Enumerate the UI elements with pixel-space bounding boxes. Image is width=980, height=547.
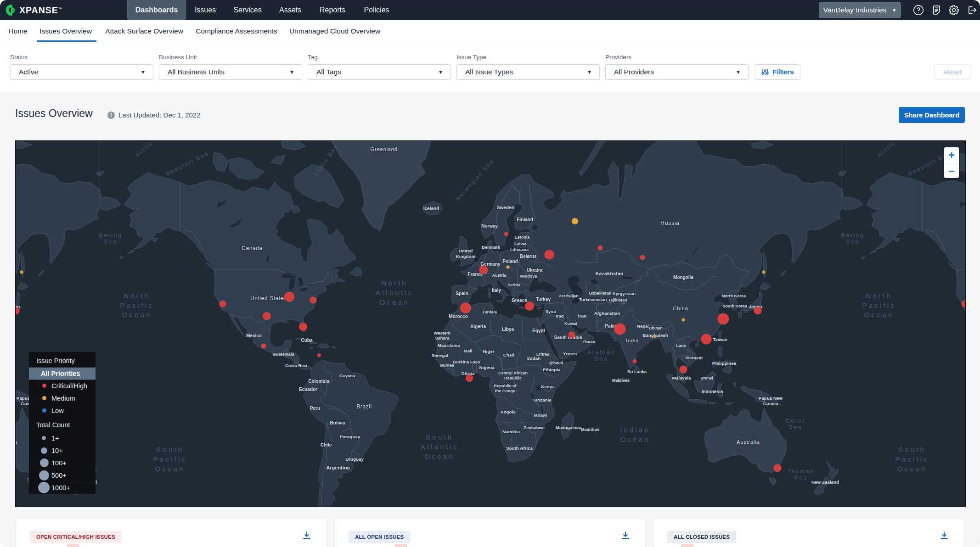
svg-text:Kyrgyzstan: Kyrgyzstan <box>613 291 636 296</box>
svg-text:Sea: Sea <box>789 424 802 430</box>
svg-text:Guyana: Guyana <box>339 374 355 378</box>
svg-text:Burkina Faso: Burkina Faso <box>453 360 480 364</box>
svg-text:Kenya: Kenya <box>541 384 555 389</box>
svg-text:Poland: Poland <box>502 259 518 264</box>
svg-text:Malaysia: Malaysia <box>672 375 691 380</box>
svg-text:Tajikistan: Tajikistan <box>608 298 627 302</box>
svg-text:Iran: Iran <box>578 313 586 318</box>
svg-text:Maldives: Maldives <box>612 378 630 383</box>
svg-text:Morocco: Morocco <box>449 314 468 319</box>
svg-text:Sri Lanka: Sri Lanka <box>627 369 647 374</box>
svg-text:Atlantic: Atlantic <box>421 443 459 451</box>
svg-text:Egypt: Egypt <box>532 328 545 333</box>
svg-text:Guatemala: Guatemala <box>272 352 294 357</box>
svg-text:Chile: Chile <box>321 442 332 447</box>
svg-text:Philippines: Philippines <box>712 361 737 366</box>
svg-text:South: South <box>156 446 184 453</box>
svg-text:Mauritius: Mauritius <box>581 427 599 432</box>
svg-text:Bering: Bering <box>99 232 122 239</box>
svg-text:Afghanistan: Afghanistan <box>594 311 620 316</box>
svg-text:Zimbabwe: Zimbabwe <box>524 425 544 430</box>
svg-text:Ocean: Ocean <box>155 465 185 473</box>
svg-text:Chad: Chad <box>503 352 515 357</box>
svg-text:Guinea: Guinea <box>763 401 778 406</box>
svg-text:Paraguay: Paraguay <box>340 434 360 439</box>
svg-text:Saudi Arabia: Saudi Arabia <box>554 335 582 340</box>
svg-text:Papua New: Papua New <box>759 396 783 401</box>
svg-text:Tunisia: Tunisia <box>482 310 497 314</box>
svg-text:South Korea: South Korea <box>722 304 747 308</box>
svg-text:Arabian: Arabian <box>587 349 615 356</box>
svg-text:Turkmenistan: Turkmenistan <box>579 297 607 302</box>
svg-text:Sea: Sea <box>104 239 118 245</box>
svg-text:New Zealand: New Zealand <box>811 480 839 485</box>
svg-text:North Korea: North Korea <box>722 294 746 298</box>
svg-text:Lithuania: Lithuania <box>510 247 529 252</box>
svg-text:Mexico: Mexico <box>246 333 262 338</box>
svg-text:Spain: Spain <box>456 291 468 296</box>
svg-text:Australia: Australia <box>737 439 760 445</box>
svg-text:Serbia: Serbia <box>507 283 521 287</box>
svg-text:Azerbaijan: Azerbaijan <box>559 294 579 298</box>
svg-text:Ethiopia: Ethiopia <box>543 367 561 372</box>
svg-text:Taiwan: Taiwan <box>713 337 727 342</box>
svg-text:Coral: Coral <box>786 418 805 424</box>
svg-text:Brunei: Brunei <box>701 376 713 380</box>
svg-text:Niger: Niger <box>483 349 494 354</box>
svg-text:Pacific: Pacific <box>120 301 154 309</box>
svg-text:Brazil: Brazil <box>356 403 372 410</box>
svg-text:Belarus: Belarus <box>520 254 537 259</box>
svg-text:Namibia: Namibia <box>502 429 520 434</box>
svg-text:Ocean: Ocean <box>620 435 650 443</box>
svg-text:Ukraine: Ukraine <box>527 268 544 273</box>
svg-text:Ocean: Ocean <box>379 298 410 306</box>
svg-text:Moldova: Moldova <box>520 274 537 279</box>
svg-text:Canada: Canada <box>242 245 263 251</box>
svg-text:Madagascar: Madagascar <box>556 425 582 430</box>
svg-text:United States: United States <box>250 295 287 301</box>
svg-text:North: North <box>124 292 150 300</box>
svg-text:India: India <box>626 338 639 343</box>
svg-text:Sea: Sea <box>594 356 608 362</box>
svg-text:Atlantic: Atlantic <box>376 289 414 296</box>
svg-text:Nigeria: Nigeria <box>479 365 495 370</box>
svg-text:South Africa: South Africa <box>506 446 533 451</box>
svg-text:Central African: Central African <box>498 371 528 375</box>
svg-text:Indonesia: Indonesia <box>702 389 723 394</box>
svg-text:Tasman: Tasman <box>788 468 815 474</box>
svg-text:Uruguay: Uruguay <box>345 457 364 462</box>
svg-text:Pacific: Pacific <box>153 455 187 463</box>
svg-text:Sahara: Sahara <box>435 336 450 340</box>
svg-text:Finland: Finland <box>517 217 533 222</box>
svg-text:Malawi: Malawi <box>534 413 547 418</box>
svg-text:Sea: Sea <box>794 474 808 481</box>
svg-text:Colombia: Colombia <box>308 379 329 384</box>
svg-text:Kazakhstan: Kazakhstan <box>595 271 623 276</box>
svg-text:Italy: Italy <box>492 288 501 293</box>
svg-text:Republic: Republic <box>504 376 522 380</box>
svg-text:Oman: Oman <box>583 340 596 344</box>
svg-text:Yemen: Yemen <box>563 352 577 356</box>
svg-text:Mali: Mali <box>463 348 472 353</box>
svg-text:Bhutan: Bhutan <box>649 326 662 330</box>
svg-text:Eritrea: Eritrea <box>536 352 550 357</box>
svg-text:Argentina: Argentina <box>326 465 350 470</box>
svg-text:Ocean: Ocean <box>122 311 152 318</box>
svg-text:Guinea: Guinea <box>439 363 454 368</box>
svg-text:Greece: Greece <box>512 298 527 303</box>
svg-text:Laos: Laos <box>676 343 686 348</box>
svg-text:Ecuador: Ecuador <box>299 387 317 392</box>
svg-text:Senegal: Senegal <box>432 353 448 358</box>
svg-text:Peru: Peru <box>310 406 320 411</box>
svg-text:Uzbekistan: Uzbekistan <box>589 291 611 296</box>
svg-text:Denmark: Denmark <box>482 245 501 250</box>
svg-text:Estonia: Estonia <box>515 235 530 240</box>
svg-text:Latvia: Latvia <box>514 241 527 246</box>
svg-text:Bolivia: Bolivia <box>330 420 345 425</box>
svg-text:Indian: Indian <box>620 426 650 434</box>
svg-text:Cuba: Cuba <box>301 338 313 343</box>
svg-text:Iraq: Iraq <box>556 314 563 318</box>
svg-text:North: North <box>381 279 408 287</box>
svg-text:Syria: Syria <box>546 309 557 314</box>
svg-text:Kingdom: Kingdom <box>456 254 476 259</box>
